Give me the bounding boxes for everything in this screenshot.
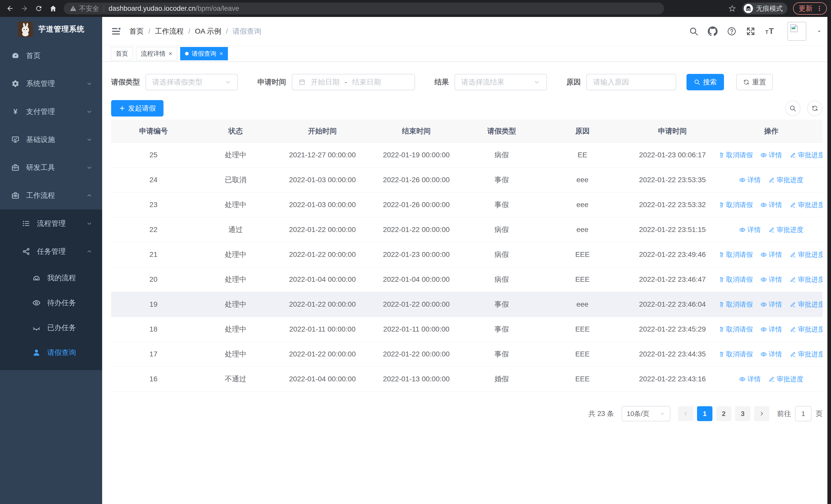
cancel-action-link[interactable]: 取消请假 [720,250,753,259]
breadcrumb-item[interactable]: OA 示例 [195,26,222,36]
chevron-down-icon [86,137,92,143]
eye-small-icon [761,251,767,258]
next-page-button[interactable] [754,406,769,421]
progress-action-link[interactable]: 审批进度 [790,350,823,359]
close-icon[interactable]: × [220,51,223,57]
sidebar-item-研发工具[interactable]: 研发工具 [0,153,102,181]
address-bar[interactable]: 不安全 dashboard.yudao.iocoder.cn/bpm/oa/le… [64,3,664,14]
fontsize-icon[interactable]: TT [765,26,775,36]
cancel-action-link[interactable]: 取消请假 [720,151,753,159]
plus-icon [119,105,125,112]
detail-action-link[interactable]: 详情 [739,225,761,234]
detail-action-link[interactable]: 详情 [761,350,782,359]
cell-status: 不通过 [196,374,276,384]
refresh-table-button[interactable] [807,100,823,116]
sidebar-item-系统管理[interactable]: 系统管理 [0,69,102,97]
detail-action-link[interactable]: 详情 [739,176,761,184]
progress-action-link[interactable]: 审批进度 [768,176,803,184]
progress-action-label: 审批进度 [798,200,823,209]
fullscreen-icon[interactable] [746,26,755,36]
search-icon[interactable] [689,26,698,36]
progress-action-link[interactable]: 审批进度 [790,250,823,259]
detail-action-link[interactable]: 详情 [761,200,782,209]
create-leave-button[interactable]: 发起请假 [111,100,164,117]
page-button-3[interactable]: 3 [735,406,750,421]
cancel-action-link[interactable]: 取消请假 [720,200,753,209]
browser-home-button[interactable] [47,3,59,14]
browser-reload-button[interactable] [33,3,45,14]
column-header-申请时间: 申请时间 [625,126,720,136]
sidebar-fold-icon[interactable] [111,26,121,36]
page-button-1[interactable]: 1 [697,406,712,421]
progress-action-link[interactable]: 审批进度 [768,225,803,234]
cancel-action-link[interactable]: 取消请假 [720,275,753,284]
detail-action-link[interactable]: 详情 [761,300,782,309]
page-button-2[interactable]: 2 [716,406,732,421]
chevron-down-icon [86,165,92,171]
cell-actions: 详情审批进度 [720,176,823,184]
sidebar-item-流程管理[interactable]: 流程管理 [0,209,102,237]
chevron-down-icon [86,109,92,115]
date-range-input[interactable]: 开始日期-结束日期 [292,74,415,90]
sidebar-logo[interactable]: 芋道管理系统 [0,17,102,41]
cancel-action-link[interactable]: 取消请假 [720,350,753,359]
search-button-label: 搜索 [703,78,717,87]
detail-action-link[interactable]: 详情 [761,275,782,284]
browser-update-menu-button[interactable]: 更新 [793,2,827,14]
progress-action-link[interactable]: 审批进度 [790,200,823,209]
detail-action-link[interactable]: 详情 [761,325,782,334]
sidebar-item-工作流程[interactable]: 工作流程 [0,181,102,209]
avatar[interactable] [787,22,806,41]
browser-forward-button[interactable] [19,3,30,14]
search-button[interactable]: 搜索 [687,74,724,90]
cell-end-time: 2022-01-19 00:00:00 [369,151,463,159]
detail-action-link[interactable]: 详情 [739,375,761,384]
detail-action-link[interactable]: 详情 [761,151,782,159]
logo-image [18,22,33,37]
progress-action-link[interactable]: 审批进度 [790,275,823,284]
browser-scrollbar[interactable] [827,17,831,504]
avatar-caret-down-icon[interactable] [816,28,822,34]
progress-action-link[interactable]: 审批进度 [790,325,823,334]
progress-action-link[interactable]: 审批进度 [768,375,803,384]
progress-action-link[interactable]: 审批进度 [790,300,823,309]
tab-首页[interactable]: 首页 [111,47,133,60]
reason-input[interactable] [586,74,676,90]
cancel-action-link[interactable]: 取消请假 [720,325,753,334]
sidebar-item-任务管理[interactable]: 任务管理 [0,237,102,265]
sidebar-item-基础设施[interactable]: 基础设施 [0,125,102,153]
browser-back-button[interactable] [4,3,16,14]
cell-actions: 详情审批进度 [720,225,823,234]
cell-end-time: 2022-01-26 00:00:00 [369,201,463,209]
github-icon[interactable] [708,26,718,36]
tab-请假查询[interactable]: 请假查询× [180,47,228,60]
cancel-action-link[interactable]: 取消请假 [720,300,753,309]
breadcrumb-item[interactable]: 首页 [130,26,144,36]
sidebar-item-请假查询[interactable]: 请假查询 [0,340,102,365]
sidebar-item-已办任务[interactable]: 已办任务 [0,315,102,340]
sidebar-item-首页[interactable]: 首页 [0,41,102,69]
detail-action-link[interactable]: 详情 [761,250,782,259]
close-icon[interactable]: × [169,51,172,57]
cell-actions: 取消请假详情审批进度 [720,325,823,334]
cell-reason: EEE [540,250,625,259]
prev-page-button[interactable] [678,406,693,421]
tab-流程详情[interactable]: 流程详情× [136,47,177,60]
svg-text:¥: ¥ [13,108,18,116]
progress-action-label: 审批进度 [777,375,803,384]
goto-page-input[interactable] [795,406,811,421]
select-请假类型[interactable]: 请选择请假类型 [145,74,238,90]
sidebar-item-待办任务[interactable]: 待办任务 [0,290,102,315]
reset-button[interactable]: 重置 [736,74,773,90]
sidebar-item-label: 请假查询 [47,348,76,357]
page-size-select[interactable]: 10条/页 [622,406,670,421]
sidebar-item-我的流程[interactable]: 我的流程 [0,265,102,290]
sidebar-item-支付管理[interactable]: ¥支付管理 [0,97,102,125]
select-结果[interactable]: 请选择流结果 [455,74,547,90]
toggle-search-button[interactable] [785,100,800,116]
trash-icon [720,152,724,158]
breadcrumb-item[interactable]: 工作流程 [155,26,184,36]
bookmark-star-icon[interactable] [728,4,737,13]
help-icon[interactable] [727,26,737,36]
progress-action-link[interactable]: 审批进度 [790,151,823,159]
